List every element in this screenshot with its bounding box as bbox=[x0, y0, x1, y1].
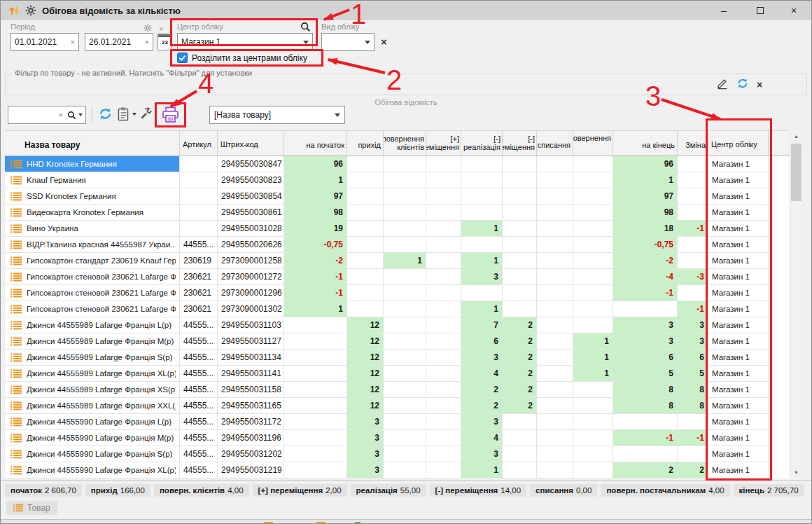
group-by-dropdown[interactable]: [Назва товару] bbox=[209, 106, 345, 124]
cell-barcode[interactable]: 2949550030823 bbox=[218, 172, 284, 188]
cell-return_suppliers[interactable] bbox=[573, 269, 613, 285]
cell-barcode[interactable]: 2949550031028 bbox=[218, 221, 284, 237]
cell-start[interactable]: 19 bbox=[284, 221, 347, 237]
cell-sale[interactable]: 4 bbox=[461, 366, 503, 382]
cell-article[interactable]: 230621 bbox=[180, 269, 218, 285]
cell-name[interactable]: Гипсокартон стеновой 230621 Lafarge Ф... bbox=[5, 301, 180, 317]
cell-change[interactable]: 6 bbox=[678, 350, 708, 366]
cell-article[interactable]: 44555... bbox=[180, 414, 218, 430]
cell-receipt[interactable] bbox=[347, 172, 384, 188]
close-button[interactable]: × bbox=[782, 1, 806, 20]
cell-article[interactable] bbox=[180, 221, 218, 237]
cell-receipt[interactable]: 12 bbox=[347, 366, 384, 382]
cell-barcode[interactable]: 2973090001296 bbox=[218, 285, 284, 301]
cell-return_clients[interactable] bbox=[384, 237, 426, 253]
cell-move_plus[interactable] bbox=[426, 430, 461, 446]
table-row[interactable]: Вино Украина294955003102819118-1Магазин … bbox=[5, 221, 790, 237]
cell-move_minus[interactable]: 2 bbox=[503, 317, 537, 333]
accounting-center-dropdown[interactable]: Магазин 1 bbox=[177, 33, 313, 51]
cell-move_minus[interactable]: 2 bbox=[503, 366, 537, 382]
cell-start[interactable] bbox=[284, 430, 347, 446]
cell-start[interactable] bbox=[284, 462, 347, 478]
cell-name[interactable]: Джинси 44555989 Lafarge Франція L(р) bbox=[5, 317, 180, 333]
cell-sale[interactable]: 3 bbox=[461, 446, 503, 462]
cell-article[interactable]: 230621 bbox=[180, 301, 218, 317]
cell-move_plus[interactable] bbox=[426, 366, 461, 382]
cell-sale[interactable] bbox=[461, 188, 503, 205]
cell-article[interactable]: 44555... bbox=[180, 398, 218, 414]
cell-start[interactable] bbox=[284, 333, 347, 350]
cell-move_minus[interactable] bbox=[503, 301, 537, 317]
cell-move_plus[interactable] bbox=[426, 269, 461, 285]
cell-center[interactable]: Магазин 1 bbox=[708, 269, 769, 285]
cell-barcode[interactable]: 2949550031103 bbox=[218, 317, 284, 333]
column-header-change[interactable]: Зміна bbox=[678, 130, 708, 156]
cell-end[interactable]: 6 bbox=[613, 350, 678, 366]
column-header-move_plus[interactable]: [+] переміщення bbox=[426, 130, 461, 156]
column-header-return_suppliers[interactable]: повернення bbox=[573, 130, 613, 156]
column-header-receipt[interactable]: прихід bbox=[347, 130, 384, 156]
cell-end[interactable]: 1 bbox=[613, 172, 678, 188]
cell-return_clients[interactable] bbox=[384, 430, 426, 446]
table-row[interactable]: Гипсокартон стеновой 230621 Lafarge Ф...… bbox=[5, 269, 790, 285]
cell-move_minus[interactable] bbox=[503, 269, 537, 285]
cell-return_suppliers[interactable] bbox=[573, 317, 613, 333]
cell-sale[interactable] bbox=[461, 172, 503, 188]
cell-sale[interactable]: 3 bbox=[461, 350, 503, 366]
cell-name[interactable]: Джинси 44555989 Lafarge Франція XS(р) bbox=[5, 382, 180, 398]
cell-move_plus[interactable] bbox=[426, 205, 461, 221]
cell-change[interactable]: -3 bbox=[678, 269, 708, 285]
cell-center[interactable]: Магазин 1 bbox=[708, 156, 769, 172]
cell-center[interactable]: Магазин 1 bbox=[708, 414, 769, 430]
cell-end[interactable] bbox=[613, 446, 678, 462]
cell-sale[interactable]: 7 bbox=[461, 317, 503, 333]
cell-start[interactable] bbox=[284, 414, 347, 430]
cell-receipt[interactable] bbox=[347, 301, 384, 317]
cell-move_plus[interactable] bbox=[426, 237, 461, 253]
cell-return_suppliers[interactable] bbox=[573, 156, 613, 172]
cell-start[interactable]: 1 bbox=[284, 301, 347, 317]
column-header-article[interactable]: Артикул bbox=[180, 130, 218, 156]
cell-move_plus[interactable] bbox=[426, 188, 461, 205]
cell-return_suppliers[interactable] bbox=[573, 172, 613, 188]
cell-move_minus[interactable] bbox=[503, 446, 537, 462]
cell-center[interactable]: Магазин 1 bbox=[708, 462, 769, 478]
tools-wrench-icon[interactable] bbox=[139, 106, 153, 120]
cell-center[interactable]: Магазин 1 bbox=[708, 382, 769, 398]
cell-name[interactable]: Джинси 44555989 Lafarge Франція S(р) bbox=[5, 350, 180, 366]
cell-return_clients[interactable] bbox=[384, 382, 426, 398]
column-header-end[interactable]: на кінець bbox=[613, 130, 678, 156]
cell-return_suppliers[interactable]: 1 bbox=[573, 350, 613, 366]
column-header-name[interactable]: Назва товару bbox=[5, 130, 180, 156]
cell-article[interactable]: 44555... bbox=[180, 237, 218, 253]
cell-center[interactable]: Магазин 1 bbox=[708, 253, 769, 269]
table-row[interactable]: Джинси 44555989 Lafarge Франція M(р)4455… bbox=[5, 333, 790, 350]
table-row[interactable]: Джинси 44555989 Lafarge Франція XS(р)445… bbox=[5, 382, 790, 398]
cell-center[interactable]: Магазин 1 bbox=[708, 398, 769, 414]
cell-sale[interactable]: 1 bbox=[461, 301, 503, 317]
cell-end[interactable]: 5 bbox=[613, 366, 678, 382]
cell-return_clients[interactable] bbox=[384, 398, 426, 414]
period-from-clear-icon[interactable]: × bbox=[68, 38, 75, 46]
cell-move_minus[interactable] bbox=[503, 430, 537, 446]
cell-end[interactable]: -1 bbox=[613, 285, 678, 301]
column-header-writeoff[interactable]: списання bbox=[537, 130, 573, 156]
cell-return_clients[interactable] bbox=[384, 414, 426, 430]
cell-writeoff[interactable] bbox=[537, 366, 573, 382]
cell-name[interactable]: Джинси 44555990 Lafarge Франція XL(р) bbox=[5, 462, 180, 478]
cell-barcode[interactable]: 2949550030847 bbox=[218, 156, 284, 172]
cell-return_suppliers[interactable]: 1 bbox=[573, 333, 613, 350]
cell-article[interactable]: 44555... bbox=[180, 430, 218, 446]
cell-center[interactable]: Магазин 1 bbox=[708, 285, 769, 301]
cell-name[interactable]: ВІДР.Тканина красная 44555987 Украи... bbox=[5, 237, 180, 253]
cell-receipt[interactable] bbox=[347, 205, 384, 221]
cell-name[interactable]: Гипсокартон стеновой 230621 Lafarge Ф... bbox=[5, 269, 180, 285]
cell-end[interactable]: 8 bbox=[613, 398, 678, 414]
cell-writeoff[interactable] bbox=[537, 172, 573, 188]
cell-end[interactable]: 18 bbox=[613, 221, 678, 237]
search-options-caret-icon[interactable] bbox=[78, 113, 83, 116]
cell-return_suppliers[interactable] bbox=[573, 382, 613, 398]
cell-start[interactable] bbox=[284, 366, 347, 382]
cell-change[interactable]: -1 bbox=[678, 221, 708, 237]
cell-article[interactable] bbox=[180, 172, 218, 188]
